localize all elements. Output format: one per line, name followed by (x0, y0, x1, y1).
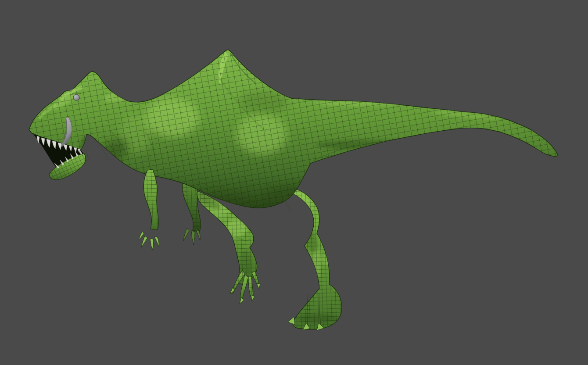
viewport-canvas[interactable] (0, 0, 588, 365)
render-view[interactable] (0, 0, 588, 365)
eye (73, 94, 79, 100)
